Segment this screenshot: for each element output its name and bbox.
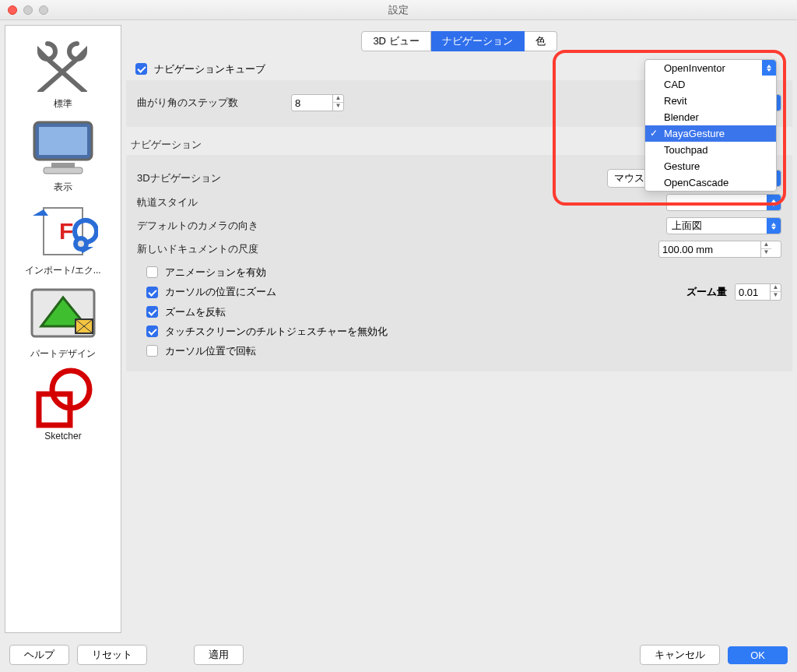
nav3d-label: 3Dナビゲーション — [137, 171, 285, 185]
cancel-button[interactable]: キャンセル — [640, 645, 720, 665]
dd-option-mayagesture[interactable]: MayaGesture — [645, 125, 776, 142]
check-label: カーソルの位置にズーム — [165, 285, 276, 299]
sidebar-label: パートデザイン — [30, 347, 96, 361]
check-rotatecursor[interactable] — [146, 345, 158, 357]
svg-rect-3 — [44, 167, 83, 174]
newdoc-label: 新しいドキュメントの尺度 — [137, 242, 285, 256]
sidebar-label: 表示 — [54, 181, 72, 194]
svg-point-7 — [78, 241, 84, 247]
svg-rect-1 — [39, 127, 87, 155]
zoom-amount-field[interactable]: ▲▼ — [735, 283, 781, 301]
check-label: ズームを反転 — [165, 305, 226, 319]
bottom-bar: ヘルプ リセット 適用 キャンセル OK — [0, 638, 797, 672]
check-label: アニメーションを有効 — [165, 266, 266, 280]
dd-option-cad[interactable]: CAD — [645, 76, 776, 93]
steps-label: 曲がり角のステップ数 — [137, 96, 285, 110]
sidebar-label: 標準 — [54, 97, 72, 111]
tab-3dview[interactable]: 3D ビュー — [361, 31, 430, 51]
window-title: 設定 — [0, 3, 797, 17]
steps-stepper[interactable]: ▲▼ — [291, 94, 344, 111]
reset-button[interactable]: リセット — [77, 645, 147, 665]
partdesign-icon — [26, 283, 100, 346]
chevron-updown-icon — [767, 218, 781, 234]
orbit-label: 軌道スタイル — [137, 195, 285, 209]
help-button[interactable]: ヘルプ — [9, 645, 69, 665]
step-down-icon[interactable]: ▼ — [771, 292, 781, 300]
apply-button[interactable]: 適用 — [194, 645, 244, 665]
sidebar-item-sketcher[interactable]: Sketcher — [5, 364, 121, 443]
newdoc-field[interactable]: ▲▼ — [658, 241, 781, 258]
content-area: 3D ビュー ナビゲーション 色 ナビゲーションキューブ 曲がり角のステップ数 … — [126, 25, 792, 633]
check-label: タッチスクリーンのチルトジェスチャーを無効化 — [165, 325, 388, 339]
dd-option-touchpad[interactable]: Touchpad — [645, 142, 776, 158]
steps-input[interactable] — [292, 96, 332, 111]
camdir-value: 上面図 — [672, 219, 767, 233]
dd-option-blender[interactable]: Blender — [645, 109, 776, 125]
dd-option-gesture[interactable]: Gesture — [645, 158, 776, 174]
sidebar-label: インポート/エク... — [25, 264, 100, 277]
step-down-icon[interactable]: ▼ — [761, 249, 771, 257]
svg-rect-2 — [51, 163, 75, 167]
sidebar-item-importexport[interactable]: F インポート/エク... — [5, 197, 121, 279]
zoom-amount-input[interactable] — [736, 285, 770, 300]
sidebar-item-display[interactable]: 表示 — [5, 114, 121, 195]
dd-option-openinventor[interactable]: OpenInventor — [645, 60, 776, 76]
camdir-label: デフォルトのカメラの向き — [137, 219, 285, 233]
chevron-updown-icon — [767, 195, 781, 210]
check-zoomcursor[interactable] — [146, 287, 158, 298]
dd-option-revit[interactable]: Revit — [645, 93, 776, 109]
zoom-amount-label: ズーム量 — [686, 285, 727, 299]
titlebar: 設定 — [0, 0, 797, 20]
wrench-icon — [26, 33, 100, 96]
check-tilt[interactable] — [146, 325, 158, 337]
orbit-select[interactable] — [666, 194, 781, 211]
sketcher-icon — [26, 367, 100, 429]
check-invertzoom[interactable] — [146, 306, 158, 318]
step-down-icon[interactable]: ▼ — [333, 103, 343, 111]
ok-button[interactable]: OK — [728, 646, 788, 664]
tab-bar: 3D ビュー ナビゲーション 色 — [126, 31, 792, 51]
monitor-icon — [26, 117, 100, 179]
sidebar: 標準 表示 F — [5, 25, 121, 633]
dd-option-opencascade[interactable]: OpenCascade — [645, 174, 776, 191]
tab-color[interactable]: 色 — [525, 31, 557, 51]
navcube-checkbox[interactable] — [135, 63, 147, 75]
camdir-select[interactable]: 上面図 — [666, 217, 781, 234]
sidebar-item-general[interactable]: 標準 — [5, 30, 121, 112]
svg-text:F: F — [59, 218, 73, 244]
check-label: カーソル位置で回転 — [165, 344, 256, 358]
nav3d-dropdown[interactable]: OpenInventor CAD Revit Blender MayaGestu… — [644, 59, 777, 192]
check-animation[interactable] — [146, 266, 158, 278]
navcube-label: ナビゲーションキューブ — [154, 62, 265, 76]
tab-navigation[interactable]: ナビゲーション — [431, 31, 525, 51]
sidebar-label: Sketcher — [44, 431, 81, 442]
newdoc-input[interactable] — [659, 242, 760, 257]
sidebar-item-partdesign[interactable]: パートデザイン — [5, 280, 121, 362]
importexport-icon: F — [26, 200, 100, 262]
